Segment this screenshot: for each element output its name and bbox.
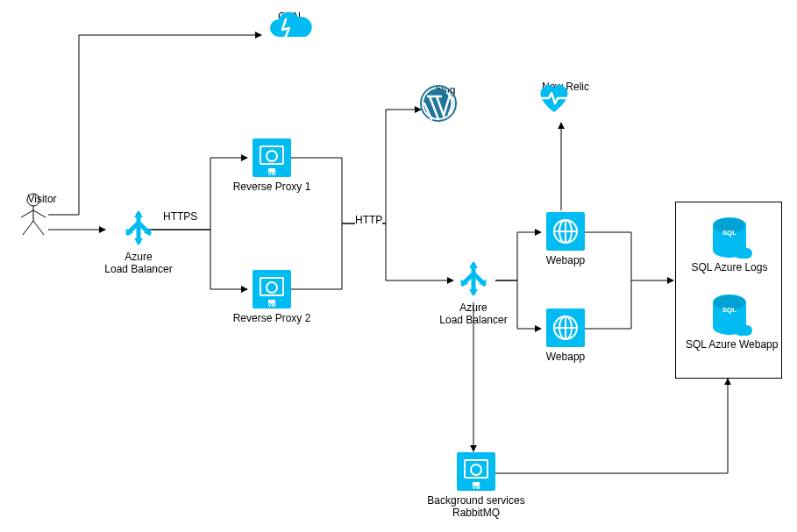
bg-label: Background services RabbitMQ (419, 494, 533, 520)
sql-database-icon: SQL (713, 217, 746, 258)
visitor-icon (16, 193, 51, 237)
node-bg: VM Background services RabbitMQ (419, 452, 533, 520)
webapp-icon (546, 309, 585, 347)
node-newrelic: New Relic (535, 81, 596, 93)
node-sqllogs: SQL SQL Azure Logs (686, 217, 773, 273)
wordpress-icon (419, 84, 458, 123)
sqllogs-label: SQL Azure Logs (686, 261, 773, 273)
edge-merge-lb2 (342, 223, 453, 280)
svg-line-5 (33, 221, 44, 235)
vm-icon: VM (253, 138, 291, 177)
svg-marker-9 (134, 238, 143, 245)
node-proxy2: VM Reverse Proxy 2 (228, 270, 316, 324)
proxy2-label: Reverse Proxy 2 (228, 312, 316, 324)
sql-database-icon: SQL (713, 294, 746, 335)
heart-pulse-icon (535, 81, 573, 116)
lb2-label: Azure Load Balancer (438, 301, 509, 327)
webapp2-label: Webapp (535, 351, 596, 363)
lb1-label: Azure Load Balancer (103, 251, 174, 276)
svg-line-2 (21, 210, 33, 217)
sqlwebapp-label: SQL Azure Webapp (686, 338, 773, 351)
node-webapp2: Webapp (535, 309, 596, 363)
node-lb1: Azure Load Balancer (103, 209, 174, 276)
vm-icon: VM (253, 270, 291, 309)
svg-line-4 (23, 221, 33, 235)
svg-point-0 (27, 194, 39, 206)
load-balancer-icon (454, 259, 493, 298)
cloud-icon (263, 11, 312, 44)
node-visitor: Visitor (16, 193, 68, 205)
edge-merge-blog (342, 110, 421, 223)
svg-marker-15 (469, 289, 478, 296)
svg-line-3 (33, 210, 46, 217)
node-cdn: CDN (263, 11, 316, 23)
node-webapp1: Webapp (535, 212, 596, 266)
vm-icon: VM (457, 452, 495, 491)
node-lb2: Azure Load Balancer (438, 259, 509, 327)
webapp-icon (546, 212, 585, 251)
proxy1-label: Reverse Proxy 1 (228, 181, 316, 193)
svg-marker-6 (134, 210, 143, 217)
node-proxy1: VM Reverse Proxy 1 (228, 138, 316, 193)
webapp1-label: Webapp (535, 254, 596, 266)
node-sqlwebapp: SQL SQL Azure Webapp (686, 294, 773, 351)
node-blog: blog (419, 84, 472, 96)
load-balancer-icon (119, 209, 158, 247)
svg-marker-12 (469, 261, 478, 268)
edge-label-http: HTTP (355, 214, 382, 226)
